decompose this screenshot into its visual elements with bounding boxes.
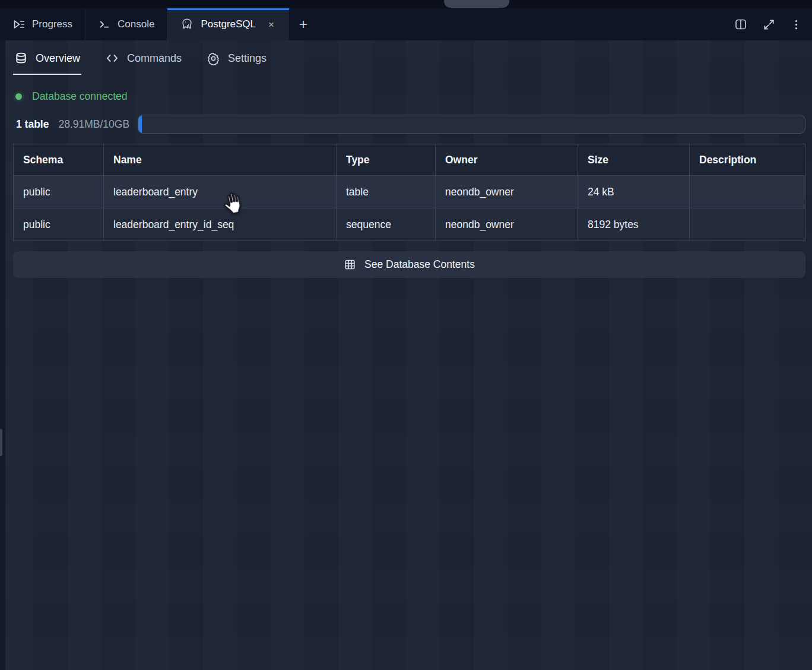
tables-count: 1 table xyxy=(16,118,49,131)
see-database-contents-button[interactable]: See Database Contents xyxy=(13,251,805,278)
table-row-cell[interactable]: neondb_owner xyxy=(436,208,578,241)
table-row-cell[interactable]: leaderboard_entry xyxy=(104,176,337,208)
table-row-cell[interactable] xyxy=(690,176,805,208)
status-dot-icon xyxy=(15,93,22,100)
expand-icon[interactable] xyxy=(762,18,776,31)
table-grid-icon xyxy=(344,258,356,271)
tab-label: Progress xyxy=(32,18,72,30)
subtab-commands[interactable]: Commands xyxy=(104,40,183,75)
tab-progress[interactable]: Progress xyxy=(0,8,85,40)
tab-console[interactable]: Console xyxy=(85,8,167,40)
tab-label: Console xyxy=(118,18,154,30)
overflow-menu-icon[interactable] xyxy=(790,18,803,31)
see-database-contents-label: See Database Contents xyxy=(364,258,475,271)
tab-label: PostgreSQL xyxy=(201,18,256,30)
storage-progress-bar xyxy=(138,115,805,134)
table-row-cell[interactable]: public xyxy=(14,208,104,241)
table-row-cell[interactable]: neondb_owner xyxy=(436,176,578,208)
column-header-name: Name xyxy=(104,144,337,176)
table-row-cell[interactable]: 24 kB xyxy=(578,176,690,208)
postgresql-icon xyxy=(180,17,194,31)
code-icon xyxy=(105,51,119,65)
storage-progress-fill xyxy=(138,115,142,133)
status-text: Database connected xyxy=(32,90,128,103)
subtab-bar: Overview Commands Settin xyxy=(0,40,812,75)
gear-icon xyxy=(207,52,220,65)
table-row-cell[interactable]: leaderboard_entry_id_seq xyxy=(104,208,337,241)
table-row-cell[interactable]: table xyxy=(337,176,436,208)
column-header-size: Size xyxy=(578,144,690,176)
table-row-cell[interactable]: public xyxy=(14,176,104,208)
window-drag-pill xyxy=(444,0,509,8)
tabbar-actions xyxy=(734,8,812,40)
column-header-schema: Schema xyxy=(14,144,104,176)
postgresql-pane: Progress Console PostgreSQL × + xyxy=(0,0,812,670)
tables-table: Schema Name Type Owner Size Description … xyxy=(13,144,805,241)
new-tab-button[interactable]: + xyxy=(289,8,318,40)
table-row-cell[interactable] xyxy=(690,208,805,241)
column-header-owner: Owner xyxy=(436,144,578,176)
tab-postgresql[interactable]: PostgreSQL × xyxy=(167,8,289,40)
table-row-cell[interactable]: sequence xyxy=(337,208,436,241)
postgresql-panel-content: Overview Commands Settin xyxy=(0,40,812,670)
pane-resize-handle[interactable] xyxy=(0,429,2,456)
column-header-description: Description xyxy=(690,144,805,176)
tab-bar: Progress Console PostgreSQL × + xyxy=(0,8,812,40)
terminal-icon xyxy=(98,18,111,31)
connection-status: Database connected xyxy=(15,89,812,103)
subtab-label: Settings xyxy=(228,52,267,65)
subtab-label: Commands xyxy=(127,52,182,65)
column-header-type: Type xyxy=(337,144,436,176)
split-pane-icon[interactable] xyxy=(734,17,748,31)
subtab-overview[interactable]: Overview xyxy=(13,40,81,75)
subtab-label: Overview xyxy=(36,52,80,65)
storage-summary: 1 table 28.91MB/10GB xyxy=(16,114,805,134)
subtab-settings[interactable]: Settings xyxy=(205,40,268,75)
tabbar-spacer xyxy=(318,8,734,40)
close-tab-icon[interactable]: × xyxy=(266,18,277,31)
table-row-cell[interactable]: 8192 bytes xyxy=(578,208,690,241)
database-icon xyxy=(14,52,28,65)
progress-icon xyxy=(12,18,26,31)
storage-usage-label: 28.91MB/10GB xyxy=(58,118,129,131)
pane-left-edge xyxy=(0,40,5,670)
window-top-strip xyxy=(0,0,812,8)
